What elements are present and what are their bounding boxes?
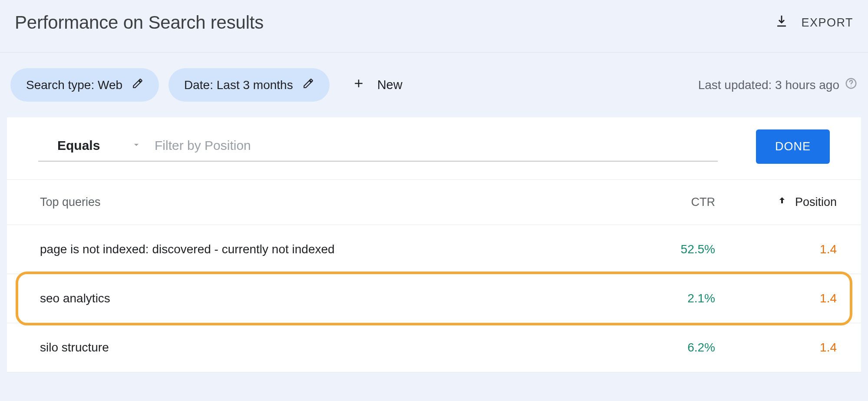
add-filter-button[interactable]: New <box>339 77 403 93</box>
table-row[interactable]: seo analytics2.1%1.4 <box>7 274 861 323</box>
export-label: EXPORT <box>801 16 853 30</box>
card-controls: Equals Filter by Position DONE <box>7 117 861 164</box>
pencil-icon <box>303 78 314 92</box>
svg-point-1 <box>851 86 851 86</box>
comparator-selector[interactable]: Equals <box>38 132 145 162</box>
done-button[interactable]: DONE <box>756 129 830 164</box>
col-header-ctr[interactable]: CTR <box>620 196 715 209</box>
position-cell: 1.4 <box>715 242 837 256</box>
pencil-icon <box>132 78 143 92</box>
ctr-cell: 52.5% <box>620 242 715 256</box>
chip-date-label: Date: Last 3 months <box>184 78 293 92</box>
query-cell: page is not indexed: discovered - curren… <box>40 242 620 256</box>
chip-date[interactable]: Date: Last 3 months <box>168 68 330 102</box>
chip-search-type-label: Search type: Web <box>26 78 122 92</box>
chip-search-type[interactable]: Search type: Web <box>10 68 159 102</box>
col-header-position[interactable]: Position <box>715 196 837 209</box>
caret-down-icon <box>131 138 145 153</box>
table-row[interactable]: page is not indexed: discovered - curren… <box>7 225 861 274</box>
help-icon[interactable] <box>845 77 858 93</box>
position-cell: 1.4 <box>715 292 837 305</box>
export-button[interactable]: EXPORT <box>774 14 853 31</box>
col-header-position-label: Position <box>795 196 837 209</box>
last-updated-text: Last updated: 3 hours ago <box>698 78 839 92</box>
table-header: Top queries CTR Position <box>7 179 861 225</box>
ctr-cell: 6.2% <box>620 341 715 355</box>
new-filter-label: New <box>377 78 403 92</box>
table-row[interactable]: silo structure6.2%1.4 <box>7 323 861 372</box>
query-cell: silo structure <box>40 341 620 355</box>
plus-icon <box>352 77 365 93</box>
comparator-label: Equals <box>57 138 100 153</box>
page-header: Performance on Search results EXPORT <box>0 0 868 53</box>
table-body: page is not indexed: discovered - curren… <box>7 225 861 372</box>
position-filter-input[interactable]: Filter by Position <box>145 132 718 162</box>
query-cell: seo analytics <box>40 292 620 305</box>
ctr-cell: 2.1% <box>620 292 715 305</box>
col-header-queries[interactable]: Top queries <box>40 196 620 209</box>
position-cell: 1.4 <box>715 341 837 355</box>
last-updated: Last updated: 3 hours ago <box>698 77 858 93</box>
filter-chips: Search type: Web Date: Last 3 months New <box>10 68 403 102</box>
arrow-up-icon <box>777 196 787 209</box>
page-title: Performance on Search results <box>15 12 264 33</box>
results-card: Equals Filter by Position DONE Top queri… <box>7 117 861 372</box>
filter-bar: Search type: Web Date: Last 3 months New… <box>0 53 868 117</box>
download-icon <box>774 14 789 31</box>
